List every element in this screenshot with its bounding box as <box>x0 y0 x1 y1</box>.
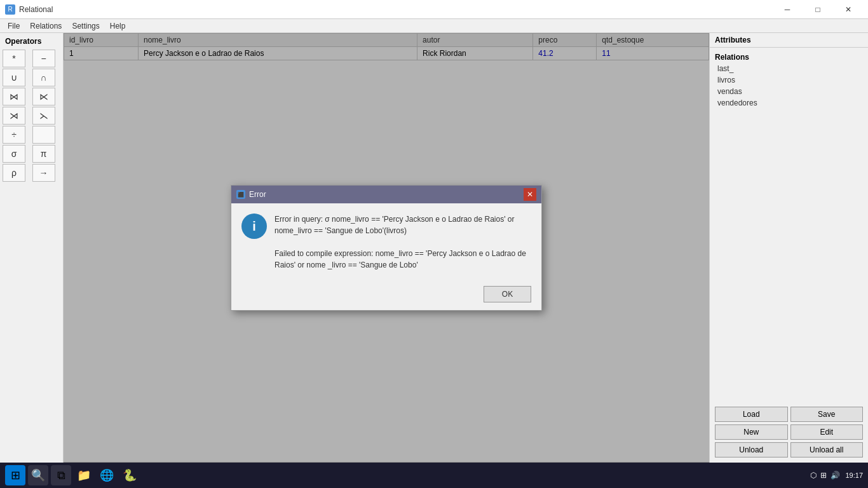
save-button[interactable]: Save <box>790 407 864 422</box>
content-area: id_livro nome_livro autor preco qtd_esto… <box>64 33 709 463</box>
volume-icon: 🔊 <box>831 471 840 480</box>
join-left-op[interactable]: ⋈ <box>3 88 25 105</box>
dialog-close-button[interactable]: ✕ <box>524 188 536 201</box>
start-button[interactable]: ⊞ <box>5 465 25 485</box>
operators-title: Operators <box>3 36 60 47</box>
operators-grid: * − ∪ ∩ ⋈ ⋉ ⋊ ⋋ ÷ σ π ρ → <box>3 50 60 182</box>
python-icon[interactable]: 🐍 <box>119 465 140 485</box>
taskbar-left: ⊞ 🔍 ⧉ 📁 🌐 🐍 <box>5 465 140 485</box>
relation-livros[interactable]: livros <box>712 74 865 86</box>
taskbar: ⊞ 🔍 ⧉ 📁 🌐 🐍 ⬡ ⊞ 🔊 19:17 <box>0 463 868 488</box>
relation-vendas[interactable]: vendas <box>712 86 865 97</box>
title-bar: R Relational ─ □ ✕ <box>0 0 868 19</box>
maximize-button[interactable]: □ <box>803 0 832 19</box>
ok-button[interactable]: OK <box>484 286 531 302</box>
taskbar-right: ⬡ ⊞ 🔊 19:17 <box>810 471 863 480</box>
dialog-title-bar: ⬛ Error ✕ <box>231 186 541 203</box>
rho-op[interactable]: ρ <box>3 164 25 182</box>
task-view[interactable]: ⧉ <box>51 465 71 485</box>
dialog-message: Error in query: σ nome_livro == 'Percy J… <box>275 214 531 271</box>
attributes-bottom: Load Save New Edit Unload Unload all <box>710 402 868 463</box>
attributes-title: Attributes <box>710 33 868 48</box>
arrow-op[interactable]: → <box>32 164 55 182</box>
load-button[interactable]: Load <box>715 407 788 422</box>
empty-op[interactable] <box>32 126 55 144</box>
error-line1: Error in query: σ nome_livro == 'Percy J… <box>275 214 531 236</box>
main-container: Operators * − ∪ ∩ ⋈ ⋉ ⋊ ⋋ ÷ σ π ρ → id_l… <box>0 33 868 463</box>
wildcard-op[interactable]: * <box>3 50 25 67</box>
edit-button[interactable]: Edit <box>790 424 864 440</box>
menu-relations[interactable]: Relations <box>25 20 67 32</box>
dialog-title: Error <box>249 190 266 199</box>
error-line2: Failed to compile expression: nome_livro… <box>275 248 531 271</box>
join-right-op[interactable]: ⋉ <box>32 88 55 105</box>
taskbar-time: 19:17 <box>845 471 863 479</box>
search-taskbar[interactable]: 🔍 <box>28 465 48 485</box>
file-explorer[interactable]: 📁 <box>74 465 94 485</box>
operators-panel: Operators * − ∪ ∩ ⋈ ⋉ ⋊ ⋋ ÷ σ π ρ → <box>0 33 64 463</box>
modal-overlay: ⬛ Error ✕ i Error in query: σ nome_livro… <box>64 33 709 463</box>
info-icon: i <box>241 214 267 239</box>
error-dialog: ⬛ Error ✕ i Error in query: σ nome_livro… <box>231 185 542 311</box>
close-button[interactable]: ✕ <box>834 0 863 19</box>
chrome-icon[interactable]: 🌐 <box>97 465 117 485</box>
relations-section: Relations last_ livros vendas vendedores <box>710 48 868 111</box>
menu-settings[interactable]: Settings <box>67 20 104 32</box>
minus-op[interactable]: − <box>32 50 55 67</box>
attributes-content: Relations last_ livros vendas vendedores <box>710 48 868 402</box>
network-icon: ⊞ <box>820 471 827 480</box>
dialog-icon: ⬛ <box>236 190 245 199</box>
join-left2-op[interactable]: ⋊ <box>3 107 25 125</box>
new-button[interactable]: New <box>715 424 788 440</box>
minimize-button[interactable]: ─ <box>773 0 802 19</box>
system-icons: ⬡ ⊞ 🔊 <box>810 471 840 480</box>
attributes-panel: Attributes Relations last_ livros vendas… <box>709 33 868 463</box>
menu-bar: File Relations Settings Help <box>0 19 868 33</box>
pi-op[interactable]: π <box>32 145 55 163</box>
relation-vendedores[interactable]: vendedores <box>712 97 865 109</box>
join-right2-op[interactable]: ⋋ <box>32 107 55 125</box>
bluetooth-icon: ⬡ <box>810 471 817 480</box>
intersect-op[interactable]: ∩ <box>32 69 55 86</box>
title-controls: ─ □ ✕ <box>773 0 863 19</box>
unload-button[interactable]: Unload <box>715 442 788 458</box>
unload-all-button[interactable]: Unload all <box>790 442 864 458</box>
dialog-footer: OK <box>231 281 541 310</box>
menu-file[interactable]: File <box>3 20 25 32</box>
union-op[interactable]: ∪ <box>3 69 25 86</box>
app-icon: R <box>5 4 15 15</box>
relation-last[interactable]: last_ <box>712 63 865 74</box>
dialog-body: i Error in query: σ nome_livro == 'Percy… <box>231 203 541 281</box>
relations-title: Relations <box>712 50 865 63</box>
app-title: Relational <box>19 5 53 14</box>
sigma-op[interactable]: σ <box>3 145 25 163</box>
divide-op[interactable]: ÷ <box>3 126 25 144</box>
menu-help[interactable]: Help <box>105 20 131 32</box>
